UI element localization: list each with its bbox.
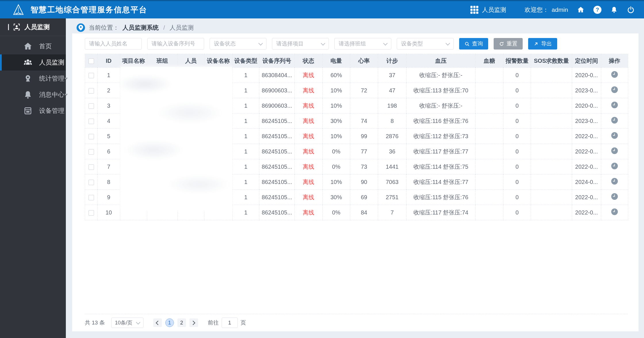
- column-header: 定位时间: [572, 54, 601, 68]
- history-clock-icon[interactable]: [611, 86, 618, 93]
- welcome-text: 欢迎您： admin: [525, 6, 568, 14]
- column-header: SOS求救数量: [531, 54, 572, 68]
- filter-select-3[interactable]: 设备类型: [397, 38, 454, 50]
- chevron-down-icon: [64, 94, 68, 96]
- table-row: 10186245105...离线0%847收缩压:117 舒张压:7402022…: [85, 205, 628, 220]
- cell-team: [147, 83, 178, 98]
- row-checkbox[interactable]: [89, 149, 94, 155]
- cell-sos_count: [531, 159, 572, 174]
- export-button[interactable]: 导出: [528, 38, 557, 50]
- history-clock-icon[interactable]: [611, 132, 618, 139]
- history-clock-icon[interactable]: [611, 163, 618, 169]
- notification-bell-icon[interactable]: [610, 6, 618, 14]
- history-clock-icon[interactable]: [611, 117, 618, 124]
- cell-device_name: [204, 190, 233, 205]
- row-checkbox[interactable]: [89, 88, 94, 94]
- sidebar-item-2[interactable]: 统计管理: [0, 71, 66, 87]
- cell-heart_rate: 73: [350, 159, 378, 174]
- history-clock-icon[interactable]: [611, 208, 618, 215]
- cell-action: [601, 83, 628, 98]
- cell-device_type: 1: [233, 113, 259, 129]
- cell-id: 3: [97, 98, 120, 113]
- cell-action: [601, 129, 628, 144]
- cell-id: 5: [97, 129, 120, 144]
- sidebar-item-4[interactable]: 设备管理: [0, 103, 66, 119]
- person-name-input[interactable]: [85, 38, 142, 50]
- filter-select-1[interactable]: 请选择项目: [272, 38, 329, 50]
- cell-device_type: 1: [233, 68, 259, 83]
- home-icon: [23, 41, 33, 51]
- cell-project: [120, 190, 147, 205]
- cell-blood_pressure: 收缩压:115 舒张压:76: [407, 190, 476, 205]
- breadcrumb-root[interactable]: 人员监测系统: [122, 24, 159, 32]
- column-header: 心率: [350, 54, 378, 68]
- row-checkbox[interactable]: [89, 103, 94, 109]
- row-checkbox[interactable]: [89, 180, 94, 185]
- table-row: 7186245105...离线0%731441收缩压:114 舒张压:75020…: [85, 159, 628, 174]
- cell-id: 6: [97, 144, 120, 159]
- column-header: 班组: [147, 54, 178, 68]
- sidebar-item-3[interactable]: 消息中心: [0, 87, 66, 103]
- cell-status: 离线: [295, 159, 323, 174]
- history-clock-icon[interactable]: [611, 193, 618, 200]
- reset-button[interactable]: 重置: [494, 38, 523, 50]
- apps-grid-icon: [470, 5, 479, 14]
- cell-status: 离线: [295, 113, 323, 129]
- row-checkbox[interactable]: [89, 119, 94, 124]
- page-size-select[interactable]: 10条/页: [111, 318, 143, 328]
- cell-person: [178, 98, 204, 113]
- history-clock-icon[interactable]: [611, 71, 618, 78]
- page-button-2[interactable]: 2: [177, 318, 186, 327]
- history-clock-icon[interactable]: [611, 147, 618, 154]
- row-checkbox[interactable]: [89, 73, 94, 78]
- cell-steps: 36: [378, 144, 407, 159]
- cell-status: 离线: [295, 205, 323, 220]
- cell-device_type: 1: [233, 159, 259, 174]
- history-clock-icon[interactable]: [611, 102, 618, 108]
- next-page-button[interactable]: [189, 318, 198, 327]
- cell-device_name: [204, 83, 233, 98]
- cell-serial: 86245105...: [259, 190, 295, 205]
- cell-located_at: 2023-0...: [572, 83, 601, 98]
- filter-select-2[interactable]: 请选择班组: [334, 38, 391, 50]
- goto-page-input[interactable]: [222, 318, 238, 328]
- column-header: 设备类型: [233, 54, 259, 68]
- cell-blood_pressure: 收缩压:- 舒张压:-: [407, 98, 476, 113]
- help-icon[interactable]: ?: [593, 6, 601, 14]
- cell-heart_rate: 72: [350, 83, 378, 98]
- prev-page-button[interactable]: [153, 318, 162, 327]
- cell-blood_sugar: [476, 144, 503, 159]
- row-select-cell: [85, 98, 97, 113]
- cell-located_at: 2023-0...: [572, 113, 601, 129]
- search-button[interactable]: 查询: [459, 38, 488, 50]
- breadcrumb-current: 人员监测: [170, 24, 194, 32]
- home-icon[interactable]: [577, 6, 585, 14]
- device-serial-input[interactable]: [147, 38, 204, 50]
- cell-alarm_count: 0: [503, 113, 531, 129]
- sidebar-item-0[interactable]: 首页: [0, 38, 66, 54]
- module-switcher[interactable]: 人员监测: [470, 5, 506, 14]
- sidebar-item-1[interactable]: 人员监测: [0, 54, 66, 71]
- filter-select-0[interactable]: 设备状态: [210, 38, 267, 50]
- power-icon[interactable]: [627, 6, 635, 14]
- cell-heart_rate: 84: [350, 205, 378, 220]
- row-checkbox[interactable]: [89, 195, 94, 200]
- cell-team: [147, 144, 178, 159]
- cell-heart_rate: 90: [350, 174, 378, 190]
- cell-alarm_count: 0: [503, 174, 531, 190]
- history-clock-icon[interactable]: [611, 178, 618, 185]
- cell-project: [120, 98, 147, 113]
- export-arrow-icon: [533, 41, 539, 47]
- select-all-checkbox[interactable]: [89, 58, 94, 64]
- row-checkbox[interactable]: [89, 134, 94, 139]
- cell-device_name: [204, 159, 233, 174]
- column-header: 设备名称: [204, 54, 233, 68]
- page-button-1[interactable]: 1: [165, 318, 174, 327]
- cell-sos_count: [531, 205, 572, 220]
- row-checkbox[interactable]: [89, 164, 94, 170]
- module-label: 人员监测: [482, 6, 506, 14]
- cell-heart_rate: 69: [350, 190, 378, 205]
- cell-battery: 10%: [323, 129, 350, 144]
- row-checkbox[interactable]: [89, 210, 94, 216]
- cell-steps: 198: [378, 98, 407, 113]
